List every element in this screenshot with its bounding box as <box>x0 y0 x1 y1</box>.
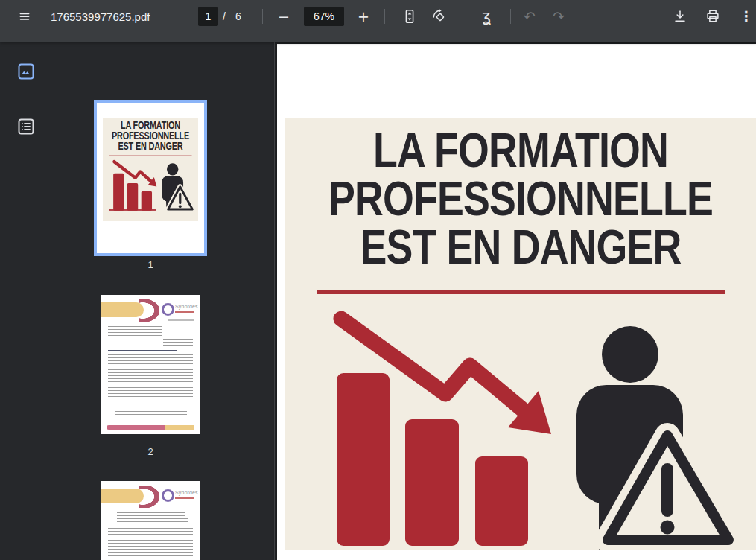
header-yellow-shape <box>101 302 144 317</box>
toolbar-divider <box>466 9 466 24</box>
fit-to-page-icon <box>401 7 418 25</box>
thumbnail-view-button[interactable] <box>18 63 34 80</box>
letter-header: Synofdes <box>101 487 200 506</box>
page-thumbnail-3[interactable]: Synofdes <box>101 481 200 560</box>
synofdes-logo-text: Synofdes <box>175 490 198 495</box>
more-options-button[interactable]: ⋮ <box>734 4 756 29</box>
thumbnail-sidebar: LA FORMATION PROFESSIONNELLE EST EN DANG… <box>0 42 274 560</box>
poster: LA FORMATION PROFESSIONNELLE EST EN DANG… <box>285 118 756 550</box>
fit-to-page-button[interactable] <box>397 4 422 29</box>
page-count-total: 6 <box>235 4 241 29</box>
letter-date-line <box>168 319 194 321</box>
rotate-button[interactable] <box>427 4 452 29</box>
annotate-button[interactable]: ʓ <box>474 4 499 29</box>
thumbnail-label-2: 2 <box>94 446 207 457</box>
toolbar-divider <box>262 9 263 24</box>
thumbnail-poster-preview: LA FORMATION PROFESSIONNELLE EST EN DANG… <box>103 118 198 221</box>
page-thumbnail-1[interactable]: LA FORMATION PROFESSIONNELLE EST EN DANG… <box>94 100 207 256</box>
undo-button[interactable]: ↶ <box>517 4 542 29</box>
download-icon <box>672 7 688 25</box>
print-button[interactable] <box>700 4 725 29</box>
rotate-counterclockwise-icon <box>431 7 448 25</box>
zoom-in-button[interactable]: + <box>351 4 376 29</box>
urof-ring-logo <box>162 489 174 502</box>
redo-button[interactable]: ↷ <box>546 4 571 29</box>
menu-button[interactable] <box>12 4 37 29</box>
print-icon <box>705 7 721 25</box>
pdf-page-1: LA FORMATION PROFESSIONNELLE EST EN DANG… <box>277 44 756 560</box>
kebab-menu-icon: ⋮ <box>740 10 753 23</box>
poster-graphic <box>103 118 198 211</box>
undo-icon: ↶ <box>524 10 536 24</box>
header-pink-crescent <box>139 299 159 322</box>
download-button[interactable] <box>667 4 693 29</box>
document-viewer[interactable]: LA FORMATION PROFESSIONNELLE EST EN DANG… <box>274 42 756 560</box>
poster-graphic <box>285 118 756 550</box>
zoom-level-input[interactable]: 67% <box>304 7 344 26</box>
toolbar: 1765539977625.pdf 1 / 6 − 67% + <box>0 0 756 42</box>
zoom-out-button[interactable]: − <box>271 4 296 29</box>
header-yellow-shape <box>101 489 144 503</box>
thumbnails-icon <box>18 63 34 80</box>
toolbar-divider <box>384 9 385 24</box>
letter-body-placeholder <box>108 512 193 560</box>
toolbar-divider <box>510 9 511 24</box>
document-outline-button[interactable] <box>18 118 34 135</box>
letter-footer-bar <box>107 425 194 430</box>
plus-icon: + <box>358 10 369 24</box>
page-number-input[interactable]: 1 <box>198 7 218 26</box>
annotate-pen-icon: ʓ <box>482 9 491 25</box>
header-pink-crescent <box>139 486 159 508</box>
urof-ring-logo <box>162 303 174 316</box>
document-filename: 1765539977625.pdf <box>51 4 150 29</box>
letter-header: Synofdes <box>101 301 200 320</box>
logo-subline <box>175 311 194 313</box>
synofdes-logo-text: Synofdes <box>175 304 198 309</box>
thumbnail-label-1: 1 <box>94 259 207 270</box>
outline-list-icon <box>18 118 34 135</box>
pdf-viewer-window: 1765539977625.pdf 1 / 6 − 67% + <box>0 0 756 560</box>
redo-icon: ↷ <box>553 10 565 24</box>
page-thumbnail-2[interactable]: Synofdes <box>101 295 200 434</box>
logo-subline <box>175 497 194 499</box>
minus-icon: − <box>278 10 290 24</box>
hamburger-icon <box>16 7 33 25</box>
page-count-separator: / <box>223 4 226 29</box>
letter-body-placeholder <box>108 326 193 415</box>
